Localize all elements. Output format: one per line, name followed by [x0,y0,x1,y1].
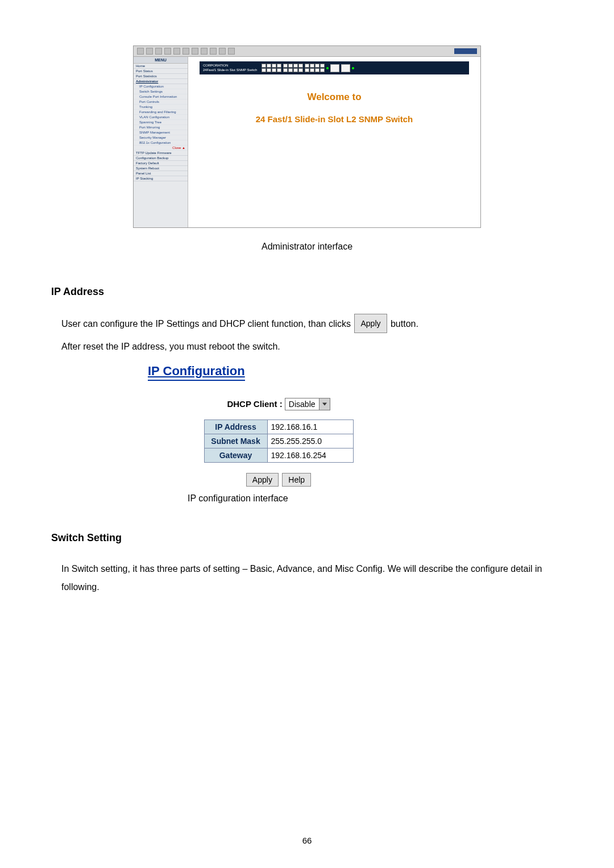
chevron-down-icon [319,398,330,410]
sidebar-item[interactable]: Factory Default [134,161,188,166]
status-led-icon [352,67,354,69]
slot-icon [341,64,350,72]
heading-ip-address: IP Address [51,286,563,298]
ip-para-text-before: User can configure the IP Settings and D… [61,319,351,329]
dhcp-client-select[interactable]: Disable [285,398,330,410]
toolbar-icon [164,48,171,55]
apply-button-inline[interactable]: Apply [354,314,387,333]
toolbar-branding [454,48,477,54]
toolbar-icon [155,48,162,55]
figure-caption-ipconf: IP configuration interface [188,493,563,504]
sidebar-sub[interactable]: SNMP Management [134,130,188,135]
status-led-icon [326,67,329,69]
row-label-gateway: Gateway [204,448,267,463]
sidebar-sub[interactable]: Console Port Information [134,94,188,99]
dhcp-label: DHCP Client : [227,399,282,409]
sidebar-sub[interactable]: Trunking [134,105,188,110]
sidebar-menu: MENU Home Port Status Port Statistics Ad… [134,57,188,227]
toolbar-icon [219,48,226,55]
sidebar-sub[interactable]: Forwarding and Filtering [134,110,188,115]
apply-button[interactable]: Apply [246,473,279,487]
ip-configuration-screenshot: IP Configuration DHCP Client : Disable I… [148,364,409,487]
slot-icon [330,64,339,72]
sidebar-item-home[interactable]: Home [134,64,188,69]
sidebar-close[interactable]: Close ▲ [134,146,188,151]
sidebar-item[interactable]: Panel List [134,171,188,176]
heading-switch-setting: Switch Setting [51,532,563,544]
menu-title: MENU [134,57,188,64]
sidebar-sub[interactable]: VLAN Configuration [134,115,188,120]
toolbar-icon [146,48,153,55]
welcome-text: Welcome to [188,92,480,103]
sidebar-item-administrator[interactable]: Administrator [134,79,188,84]
sidebar-sub[interactable]: IP Configuration [134,84,188,89]
toolbar-icon [201,48,208,55]
ip-address-input[interactable] [268,420,353,434]
row-label-mask: Subnet Mask [204,434,267,448]
device-banner: CORPORATION 24Fast/1 Slide-in Slot SNMP … [200,61,469,74]
svg-marker-0 [322,403,327,406]
ip-para-text-after: button. [391,319,418,329]
admin-interface-screenshot: MENU Home Port Status Port Statistics Ad… [133,45,481,228]
sidebar-item[interactable]: Configuration Backup [134,156,188,161]
toolbar-icon [228,48,235,55]
toolbar-icon [182,48,189,55]
switch-port-panel [262,64,354,72]
sidebar-item-port-status[interactable]: Port Status [134,69,188,74]
sidebar-item[interactable]: IP Stacking [134,176,188,181]
sidebar-sub[interactable]: Spanning Tree [134,120,188,125]
page-number: 66 [0,836,614,845]
browser-toolbar [134,46,480,57]
gateway-input[interactable] [268,448,353,462]
subnet-mask-input[interactable] [268,434,353,448]
row-label-ip: IP Address [204,420,267,434]
banner-line2: 24Fast/1 Slide-in Slot SNMP Switch [203,68,257,72]
banner-line1: CORPORATION [203,64,257,68]
sidebar-sub[interactable]: Switch Settings [134,89,188,94]
sidebar-sub[interactable]: 802.1x Configuration [134,140,188,146]
switch-setting-paragraph: In Switch setting, it has three parts of… [61,560,563,596]
dhcp-select-value: Disable [285,400,319,409]
sidebar-sub[interactable]: Port Controls [134,99,188,105]
figure-caption-admin: Administrator interface [51,242,563,252]
ip-settings-table: IP Address Subnet Mask Gateway [204,420,354,463]
sidebar-sub[interactable]: Port Mirroring [134,125,188,130]
sidebar-item[interactable]: TFTP Update Firmware [134,151,188,156]
ip-paragraph-1: User can configure the IP Settings and D… [61,314,563,333]
ip-paragraph-2: After reset the IP address, you must reb… [61,338,563,356]
help-button[interactable]: Help [282,473,311,487]
toolbar-icon [192,48,198,55]
product-name: 24 Fast/1 Slide-in Slot L2 SNMP Switch [188,114,480,124]
sidebar-item[interactable]: System Reboot [134,166,188,171]
toolbar-icon [173,48,180,55]
ipconf-title: IP Configuration [148,364,245,381]
toolbar-icon [137,48,144,55]
sidebar-item-port-statistics[interactable]: Port Statistics [134,74,188,79]
content-area: CORPORATION 24Fast/1 Slide-in Slot SNMP … [188,57,480,227]
toolbar-icon [210,48,217,55]
sidebar-sub[interactable]: Security Manager [134,135,188,140]
